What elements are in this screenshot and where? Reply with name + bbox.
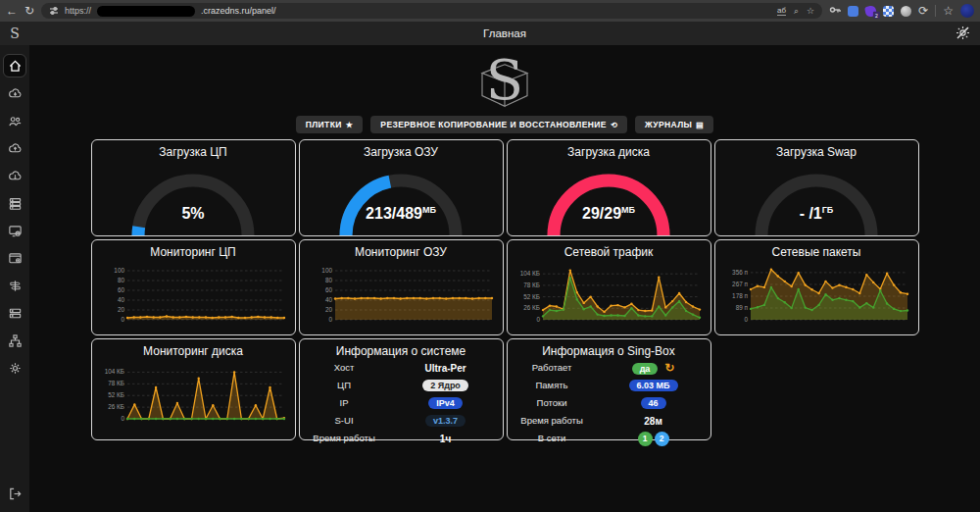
sidebar-item-endpoints[interactable] <box>4 165 25 186</box>
svg-text:60: 60 <box>325 286 333 293</box>
cpu-chart: 020406080100 <box>92 260 295 329</box>
disk-monitor-card: Мониторинг диска 026 КБ52 КБ78 КБ104 КБ <box>91 338 296 440</box>
svg-text:0: 0 <box>121 316 124 323</box>
ram-gauge <box>300 161 503 239</box>
restore-icon: ⟲ <box>611 121 617 129</box>
ip-badge: IPv4 <box>428 397 463 409</box>
sidebar-item-dns[interactable] <box>4 302 25 324</box>
cpu-gauge-value: 5% <box>92 205 295 223</box>
sidebar-item-outbounds[interactable] <box>4 137 25 159</box>
card-title: Мониторинг ОЗУ <box>300 245 503 259</box>
card-title: Сетевые пакеты <box>715 245 918 259</box>
collections-icon[interactable]: ☆ <box>943 5 954 17</box>
info-label: Потоки <box>508 398 597 408</box>
card-title: Загрузка Swap <box>715 145 918 159</box>
back-icon[interactable]: ← <box>6 5 18 17</box>
list-icon <box>8 306 23 321</box>
svg-text:0: 0 <box>121 415 124 422</box>
reload-icon[interactable]: ↻ <box>24 5 34 17</box>
action-buttons: ПЛИТКИ★ РЕЗЕРВНОЕ КОПИРОВАНИЕ И ВОССТАНО… <box>29 116 980 133</box>
threads-badge: 46 <box>641 397 666 409</box>
backup-restore-button[interactable]: РЕЗЕРВНОЕ КОПИРОВАНИЕ И ВОССТАНОВЛЕНИЕ⟲ <box>370 116 627 133</box>
url-text: .crazedns.ru/panel/ <box>201 6 276 16</box>
main-content: S ПЛИТКИ★ РЕЗЕРВНОЕ КОПИРОВАНИЕ И ВОССТА… <box>29 45 980 512</box>
svg-text:78 КБ: 78 КБ <box>108 380 124 386</box>
svg-text:89 п: 89 п <box>736 304 749 311</box>
cpu-monitor-card: Мониторинг ЦП 020406080100 <box>91 239 296 335</box>
info-label: S-UI <box>300 416 389 426</box>
svg-text:0: 0 <box>328 316 332 323</box>
cloud-upload-icon <box>8 141 23 156</box>
extension-checkered-icon[interactable] <box>883 6 894 17</box>
profile-avatar[interactable] <box>960 4 974 18</box>
sidebar-item-inbounds[interactable] <box>4 82 25 104</box>
svg-text:40: 40 <box>118 296 125 303</box>
sidebar-item-logout[interactable] <box>4 483 25 504</box>
password-key-icon[interactable] <box>829 2 841 20</box>
info-label: Время работы <box>300 434 389 443</box>
restart-singbox-icon[interactable]: ↻ <box>664 361 674 375</box>
theme-toggle-icon[interactable] <box>956 26 970 44</box>
sidebar-logo: S <box>0 22 29 45</box>
system-info-card: Информация о системе Хост Ultra-Per ЦП 2… <box>299 338 504 440</box>
disk-gauge-card: Загрузка диска 29/29МБ <box>507 139 711 236</box>
sui-version-badge[interactable]: v1.3.7 <box>425 415 466 427</box>
svg-text:267 п: 267 п <box>732 281 748 287</box>
sidebar-item-services[interactable] <box>4 192 25 214</box>
tiles-button[interactable]: ПЛИТКИ★ <box>296 116 364 133</box>
swap-gauge <box>715 161 918 239</box>
ram-monitor-card: Мониторинг ОЗУ 020406080100 <box>299 239 504 335</box>
extension-badge: 2 <box>873 11 880 18</box>
url-prefix: https:// <box>65 6 91 16</box>
extension-sphere-icon[interactable] <box>901 6 911 17</box>
extensions-area: 2 ⟳ ☆ <box>829 2 974 20</box>
sidebar-item-network[interactable] <box>4 330 25 351</box>
uptime-value: 1ч <box>389 434 503 444</box>
online-count-badge: 1 <box>638 432 653 446</box>
card-title: Мониторинг ЦП <box>92 245 295 259</box>
browser-toolbar: ← ↻ https:// .crazedns.ru/panel/ аб ⌕ ☆ … <box>0 0 980 22</box>
card-title: Загрузка ОЗУ <box>300 145 503 159</box>
svg-text:0: 0 <box>536 316 540 323</box>
net-traffic-card: Сетевой трафик 026 КБ52 КБ78 КБ104 КБ <box>507 239 711 335</box>
sidebar-item-tls[interactable] <box>4 220 25 241</box>
svg-text:52 КБ: 52 КБ <box>523 293 540 300</box>
users-icon <box>8 114 23 128</box>
zoom-out-icon[interactable]: ⌕ <box>794 6 799 17</box>
journal-icon: ▤ <box>696 121 704 129</box>
singbox-uptime-value: 28м <box>597 416 710 427</box>
sidebar-item-panel-settings[interactable] <box>4 247 25 269</box>
site-info-icon[interactable] <box>49 6 59 16</box>
memory-badge: 6.03 МБ <box>629 380 678 391</box>
sidebar: S <box>0 22 29 512</box>
info-label: Хост <box>300 363 389 373</box>
gear-icon <box>8 361 23 376</box>
ram-gauge-value: 213/489МБ <box>300 205 503 223</box>
total-count-badge: 2 <box>655 432 669 446</box>
disk-gauge <box>508 161 710 239</box>
logo-letter: S <box>486 51 523 110</box>
bookmark-star-icon[interactable]: ☆ <box>807 6 814 16</box>
card-title: Мониторинг диска <box>92 344 295 358</box>
svg-text:20: 20 <box>325 306 333 313</box>
cloud-alert-icon <box>8 169 23 183</box>
sidebar-item-home[interactable] <box>4 55 25 77</box>
svg-text:356 п: 356 п <box>732 269 748 276</box>
display-gear-icon <box>8 224 23 238</box>
card-title: Загрузка ЦП <box>92 145 295 159</box>
translate-icon[interactable]: аб <box>777 6 786 16</box>
svg-text:40: 40 <box>325 296 333 303</box>
extension-purple-icon[interactable]: 2 <box>864 4 877 17</box>
sidebar-item-routing[interactable] <box>4 275 25 296</box>
address-bar[interactable]: https:// .crazedns.ru/panel/ аб ⌕ ☆ <box>41 3 822 19</box>
svg-text:178 п: 178 п <box>732 292 748 299</box>
extension-blue-icon[interactable] <box>848 6 858 17</box>
sync-icon[interactable]: ⟳ <box>918 5 928 17</box>
info-label: Работает <box>508 363 597 373</box>
logs-button[interactable]: ЖУРНАЛЫ▤ <box>635 116 713 133</box>
sidebar-item-clients[interactable] <box>4 110 25 131</box>
star-icon: ★ <box>346 121 354 129</box>
signpost-icon <box>8 279 23 293</box>
sidebar-item-settings[interactable] <box>4 357 25 379</box>
card-title: Информация о системе <box>300 344 503 358</box>
